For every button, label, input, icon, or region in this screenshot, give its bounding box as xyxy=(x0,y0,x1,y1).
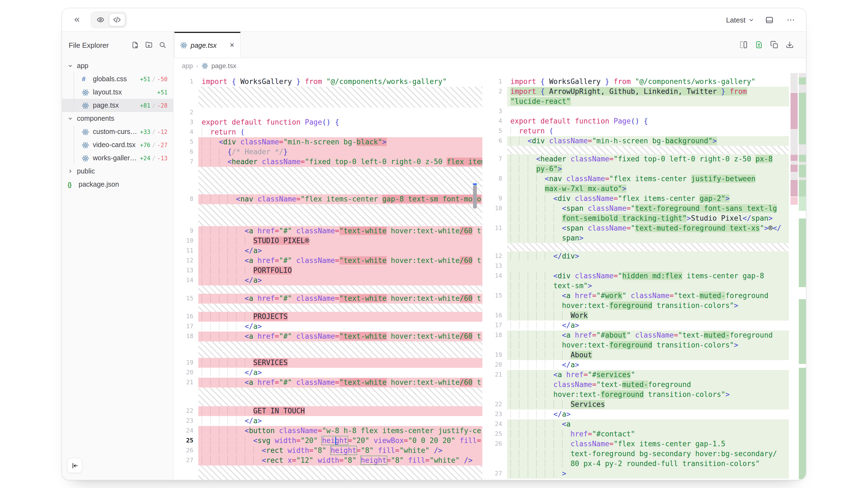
diff-pane-original[interactable]: 1import { WorksGallery } from "@/compone… xyxy=(174,73,482,480)
line-content: <span className="text-muted-foreground t… xyxy=(507,223,789,233)
main-area: File Explorer app#globals.css+51/-50layo… xyxy=(62,32,806,480)
diff-minimap[interactable] xyxy=(789,73,806,480)
line-number: 3 xyxy=(174,118,198,127)
line-number: 8 xyxy=(174,194,198,204)
copy-icon[interactable] xyxy=(770,41,778,49)
line-number: 25 xyxy=(174,436,198,446)
titlebar-right: Latest ⋯ xyxy=(726,12,798,27)
version-dropdown[interactable]: Latest xyxy=(726,15,754,24)
line-content: <nav className="flex items-center justif… xyxy=(507,174,789,184)
left-pane-scrollbar[interactable] xyxy=(473,73,477,480)
chevron-right-icon xyxy=(68,168,73,174)
search-icon[interactable] xyxy=(159,41,166,49)
line-content: <svg width="20" height="20" viewBox="0 0… xyxy=(198,436,482,446)
file-explorer-actions xyxy=(131,41,166,49)
react-icon xyxy=(82,128,89,135)
diff-gap xyxy=(198,465,482,480)
tab-close-icon[interactable]: ✕ xyxy=(229,42,235,49)
line-number: 5 xyxy=(174,137,198,147)
line-number: 19 xyxy=(482,350,507,360)
tree-item-custom-curs-[interactable]: custom-curs…+33/-12 xyxy=(62,125,173,138)
line-content: <rect width="8" height="8" fill="white" … xyxy=(198,446,482,456)
line-number: 11 xyxy=(174,246,198,256)
tree-item-public[interactable]: public xyxy=(62,165,173,178)
code-line: "lucide-react" xyxy=(482,97,789,106)
code-line: 15 <a href="#work" className="text-muted… xyxy=(482,291,789,301)
code-line: 17 </a> xyxy=(174,322,482,331)
diff-stats: +76/-27 xyxy=(140,142,167,148)
code-line: 26 <rect width="8" height="8" fill="whit… xyxy=(174,446,482,456)
line-number: 7 xyxy=(174,157,198,167)
collapse-left-icon xyxy=(71,462,78,469)
line-number xyxy=(482,340,507,350)
line-content: return ( xyxy=(507,126,789,136)
minimap-segment xyxy=(790,93,798,129)
line-number: 16 xyxy=(482,311,507,321)
more-menu-button[interactable]: ⋯ xyxy=(784,12,798,27)
minimap-segment xyxy=(799,85,806,93)
code-line: hover:text-foreground transition-colors"… xyxy=(482,340,789,350)
line-number: 4 xyxy=(174,127,198,137)
code-line: 7 <header className="fixed top-0 left-0 … xyxy=(482,154,789,164)
code-line: 19 SERVICES xyxy=(174,358,482,368)
line-content: > xyxy=(507,469,789,479)
download-icon[interactable] xyxy=(785,41,794,49)
diff-file-icon[interactable] xyxy=(755,41,763,49)
line-content: {/* Header */} xyxy=(198,147,482,157)
code-line: hover:text-foreground transition-colors"… xyxy=(482,390,789,400)
code-line: 23 </a> xyxy=(174,416,482,426)
code-line: 22 GET IN TOUCH xyxy=(174,406,482,416)
diff-pane-modified[interactable]: 1import { WorksGallery } from "@/compone… xyxy=(482,73,789,480)
line-content: import { WorksGallery } from "@/componen… xyxy=(198,77,482,87)
scrollbar-thumb[interactable] xyxy=(473,185,477,208)
file-tree: app#globals.css+51/-50layout.tsx+51page.… xyxy=(62,58,173,191)
view-toggle xyxy=(91,11,127,28)
collapse-sidebar-button[interactable] xyxy=(67,458,83,473)
code-line: 12 </div> xyxy=(482,252,789,261)
code-line: 22 Services xyxy=(482,400,789,410)
tree-item-layout.tsx[interactable]: layout.tsx+51 xyxy=(62,86,173,99)
line-content: import { WorksGallery } from "@/componen… xyxy=(507,77,789,87)
minimap-segment xyxy=(799,144,806,155)
line-number: 2 xyxy=(174,107,198,118)
tree-item-app[interactable]: app xyxy=(62,59,173,72)
split-view-icon[interactable] xyxy=(739,41,748,49)
line-number: 9 xyxy=(482,194,507,204)
line-content: <button className="w-8 h-8 flex items-ce… xyxy=(198,426,482,436)
tab-page-tsx[interactable]: page.tsx ✕ xyxy=(174,32,241,58)
file-explorer-header: File Explorer xyxy=(62,32,173,58)
react-icon xyxy=(180,42,187,49)
tree-item-works-galler-[interactable]: works-galler…+24/-13 xyxy=(62,152,173,165)
breadcrumb-folder[interactable]: app xyxy=(182,62,193,69)
code-toggle-button[interactable] xyxy=(109,13,125,26)
file-name: package.json xyxy=(79,181,119,188)
tree-item-globals.css[interactable]: #globals.css+51/-50 xyxy=(62,72,173,86)
minimap-segment xyxy=(799,93,806,144)
line-content: max-w-7xl mx-auto"> xyxy=(507,184,789,194)
line-content: className="text-muted-foreground xyxy=(507,380,789,390)
tree-item-video-card.tsx[interactable]: video-card.tsx+76/-27 xyxy=(62,138,173,152)
panel-bottom-button[interactable] xyxy=(762,12,776,27)
line-content: <a href="#" className="text-white hover:… xyxy=(198,378,482,388)
diff-stats: +51 xyxy=(157,89,167,96)
new-file-icon[interactable] xyxy=(131,41,139,49)
minimap-segment xyxy=(790,73,798,92)
line-content: 80 px-4 py-2 rounded-full transition-col… xyxy=(507,459,789,469)
tree-item-page.tsx[interactable]: page.tsx+81/-28 xyxy=(62,99,173,112)
code-line: 24 <a xyxy=(482,419,789,429)
collapse-panel-button[interactable] xyxy=(70,12,84,27)
new-folder-icon[interactable] xyxy=(145,41,153,49)
file-name: page.tsx xyxy=(93,102,119,109)
tree-item-package.json[interactable]: { }package.json xyxy=(62,178,173,191)
line-content: <a href="#" className="text-white hover:… xyxy=(198,256,482,266)
titlebar: Latest ⋯ xyxy=(62,8,806,32)
preview-toggle-button[interactable] xyxy=(92,13,109,26)
code-line: 7 <header className="fixed top-0 left-0 … xyxy=(174,157,482,167)
breadcrumb-file[interactable]: page.tsx xyxy=(211,62,236,69)
minimap-segment xyxy=(790,155,798,161)
line-content: span> xyxy=(507,233,789,243)
minimap-segment xyxy=(799,162,806,165)
line-content xyxy=(507,106,789,117)
screenshot-root: Latest ⋯ File Explorer xyxy=(0,0,868,488)
tree-item-components[interactable]: components xyxy=(62,112,173,125)
